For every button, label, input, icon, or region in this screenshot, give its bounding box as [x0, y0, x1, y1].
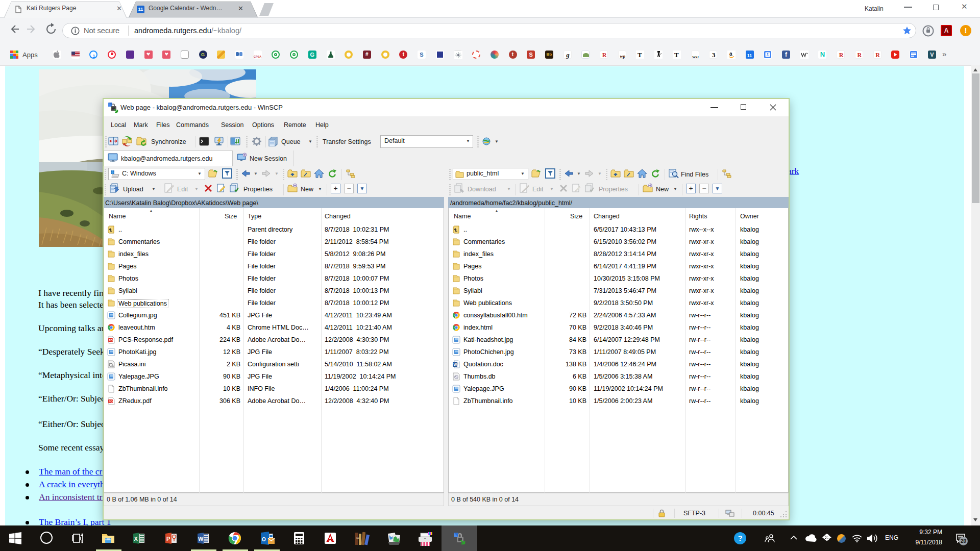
svg-text:CAL: CAL [356, 537, 360, 539]
svg-text:T: T [674, 51, 679, 59]
svg-text:PDF: PDF [109, 339, 115, 342]
svg-text:W: W [454, 363, 457, 366]
svg-text:T: T [638, 51, 642, 59]
svg-text:a: a [729, 51, 732, 57]
svg-text:O: O [262, 537, 266, 542]
svg-text:W: W [198, 536, 204, 542]
svg-text:P: P [166, 536, 170, 542]
svg-text:PDF: PDF [109, 400, 115, 403]
svg-text:X: X [134, 536, 138, 542]
